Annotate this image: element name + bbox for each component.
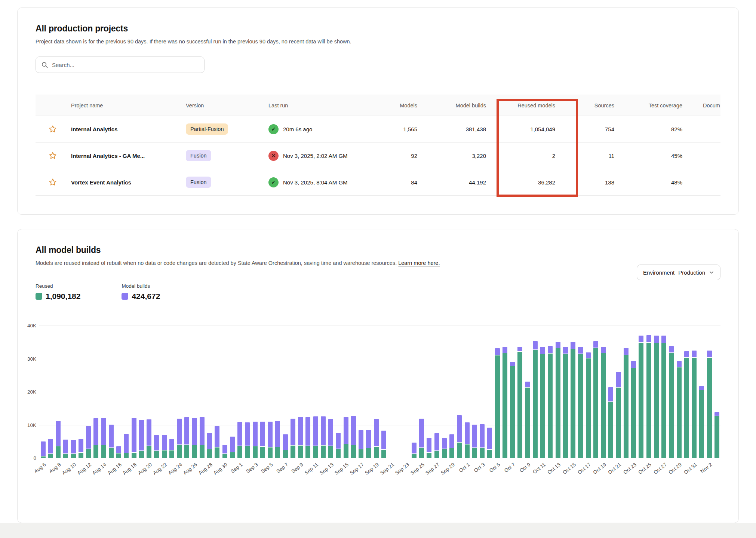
- stacked-bar: [169, 325, 174, 458]
- stacked-bar: [41, 325, 46, 458]
- stacked-bar: [313, 325, 318, 458]
- environment-select[interactable]: Environment Production: [637, 265, 720, 280]
- project-name-link[interactable]: Internal Analytics: [70, 126, 184, 132]
- project-name-link[interactable]: Internal Analytics - GA Me...: [70, 153, 184, 159]
- test-coverage-value: 48%: [620, 179, 688, 186]
- x-tick-slot: Oct 15: [569, 458, 577, 492]
- bar-slot: [706, 325, 713, 458]
- x-tick-slot: Oct 1: [463, 458, 471, 492]
- stacked-bar: [525, 325, 530, 458]
- bar-slot: [486, 325, 494, 458]
- stacked-bar: [465, 325, 470, 458]
- x-tick-slot: [228, 458, 236, 492]
- learn-more-link[interactable]: Learn more here.: [398, 260, 440, 266]
- favorite-star-icon[interactable]: [36, 151, 70, 160]
- version-cell: Partial-Fusion: [184, 123, 267, 135]
- x-tick-slot: Sep 29: [448, 458, 456, 492]
- bar-slot: [425, 325, 433, 458]
- x-tick-slot: Oct 11: [539, 458, 547, 492]
- chevron-down-icon: [709, 270, 714, 275]
- last-run-cell: ✕ Nov 3, 2025, 2:02 AM GM: [267, 151, 363, 161]
- x-tick-slot: [698, 458, 706, 492]
- x-tick-slot: Oct 19: [600, 458, 607, 492]
- table-row[interactable]: Vortex Event Analytics Fusion ✓ Nov 3, 2…: [36, 169, 720, 196]
- bar-slot: [138, 325, 145, 458]
- x-tick-slot: [713, 458, 720, 492]
- x-tick-slot: Sep 9: [297, 458, 304, 492]
- bar-slot: [350, 325, 357, 458]
- stacked-bar: [692, 325, 697, 458]
- stacked-bar: [71, 325, 76, 458]
- y-tick-10k: 10K: [27, 422, 36, 428]
- search-input[interactable]: [52, 62, 199, 68]
- x-tick-slot: Sep 27: [433, 458, 440, 492]
- bar-slot: [236, 325, 244, 458]
- projects-card-subtitle: Project data shown is for the previous 9…: [36, 39, 720, 45]
- builds-subtitle-text: Models are reused instead of rebuilt whe…: [36, 260, 397, 266]
- run-status-icon: ✓: [268, 124, 279, 134]
- bar-slot: [645, 325, 652, 458]
- bar-slot: [668, 325, 675, 458]
- stacked-bar: [359, 325, 363, 458]
- stacked-bar: [93, 325, 98, 458]
- x-tick-slot: [471, 458, 478, 492]
- stacked-bar: [654, 325, 659, 458]
- bar-slot: [524, 325, 531, 458]
- bar-slot: [637, 325, 645, 458]
- bar-slot: [85, 325, 92, 458]
- bar-slot: [312, 325, 319, 458]
- bar-slot: [357, 325, 365, 458]
- bar-slot: [100, 325, 107, 458]
- model-builds-value: 44,192: [422, 179, 491, 186]
- x-tick-slot: Aug 28: [206, 458, 213, 492]
- x-tick-slot: [501, 458, 508, 492]
- x-tick-slot: Aug 30: [221, 458, 228, 492]
- models-value: 84: [363, 179, 422, 186]
- bar-slot: [388, 325, 395, 458]
- reused-models-value: 2: [491, 153, 560, 159]
- x-tick-slot: [456, 458, 463, 492]
- x-tick-slot: Aug 22: [160, 458, 168, 492]
- x-tick-slot: Sep 7: [282, 458, 289, 492]
- stacked-bar: [449, 325, 454, 458]
- projects-card-title: All production projects: [36, 24, 720, 34]
- bar-slot: [191, 325, 198, 458]
- stacked-bar: [699, 325, 704, 458]
- stacked-bar: [132, 325, 136, 458]
- x-tick-slot: Oct 31: [691, 458, 698, 492]
- project-search[interactable]: [36, 56, 205, 73]
- stacked-bar: [260, 325, 265, 458]
- bar-slot: [630, 325, 637, 458]
- legend-builds-label: Model builds: [122, 283, 160, 289]
- project-name-link[interactable]: Vortex Event Analytics: [70, 179, 184, 186]
- x-tick-slot: Sep 1: [236, 458, 244, 492]
- stacked-bar: [472, 325, 477, 458]
- stacked-bar: [253, 325, 258, 458]
- stacked-bar: [374, 325, 379, 458]
- bar-slot: [153, 325, 160, 458]
- stacked-bar: [237, 325, 242, 458]
- last-run-text: Nov 3, 2025, 2:02 AM GM: [283, 153, 348, 159]
- col-last-run: Last run: [267, 103, 363, 108]
- x-tick-slot: Sep 5: [267, 458, 274, 492]
- x-tick-slot: Oct 5: [494, 458, 501, 492]
- bar-slot: [342, 325, 350, 458]
- bar-slot: [145, 325, 153, 458]
- legend-reused-value: 1,090,182: [46, 292, 80, 301]
- stacked-bar: [147, 325, 151, 458]
- stacked-bar: [412, 325, 417, 458]
- stacked-bar: [215, 325, 219, 458]
- favorite-star-icon[interactable]: [36, 125, 70, 134]
- x-tick-slot: Oct 7: [509, 458, 516, 492]
- stacked-bar: [608, 325, 613, 458]
- bar-slot: [130, 325, 138, 458]
- favorite-star-icon[interactable]: [36, 178, 70, 187]
- builds-card-title: All model builds: [36, 245, 720, 255]
- bar-slot: [698, 325, 706, 458]
- search-icon: [41, 61, 48, 68]
- x-tick-slot: Aug 8: [55, 458, 62, 492]
- table-row[interactable]: Internal Analytics Partial-Fusion ✓ 20m …: [36, 116, 720, 143]
- table-row[interactable]: Internal Analytics - GA Me... Fusion ✕ N…: [36, 143, 720, 169]
- stacked-bar: [207, 325, 212, 458]
- x-tick-slot: [244, 458, 251, 492]
